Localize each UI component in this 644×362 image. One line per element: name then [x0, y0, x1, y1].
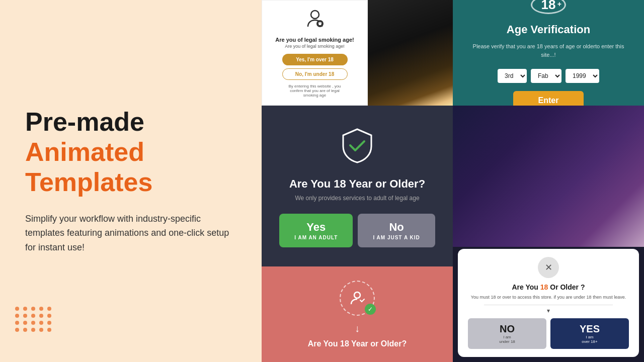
card-smoking-popup: Are you of legal smoking age! Are you of…: [262, 0, 368, 106]
card-salmon: ✓ ↓ Are You 18 Year or Older?: [262, 266, 453, 362]
card-dark-shield: Are You 18 Year or Older? We only provid…: [262, 106, 453, 266]
no-small-label1: I am: [503, 335, 511, 339]
dot: [39, 307, 43, 311]
dot: [31, 307, 35, 311]
no-yes-buttons: NO I am under 18 YES I am over 18+: [468, 318, 629, 349]
popup-divider: [484, 305, 613, 305]
no-big-label: NO: [500, 323, 515, 335]
card-age-verification-teal: 18 + Age Verification Please verify that…: [453, 0, 644, 106]
no-kid-button[interactable]: No I AM JUST A KID: [358, 214, 435, 247]
shield-card-title: Are You 18 Year or Older?: [289, 177, 425, 191]
x-circle-icon: ✕: [538, 257, 559, 278]
vape-title-part2: Or Older ?: [550, 283, 585, 291]
yes-sublabel: I AM AN ADULT: [294, 235, 338, 240]
person-lock-icon: [305, 9, 325, 33]
dot: [23, 314, 27, 318]
dot: [15, 307, 19, 311]
month-dropdown[interactable]: Fab: [531, 69, 561, 83]
dot: [31, 328, 35, 332]
yes-big-label: YES: [580, 323, 600, 335]
badge-number: 18: [541, 0, 556, 13]
no-sublabel: I AM JUST A KID: [373, 235, 420, 240]
dot: [47, 321, 51, 325]
dot: [31, 314, 35, 318]
dot: [15, 321, 19, 325]
subtext: Simplify your workflow with industry-spe…: [25, 212, 236, 255]
dot: [47, 328, 51, 332]
plus-sign: +: [557, 0, 561, 8]
shield-icon: [337, 125, 377, 167]
arrow-down-icon: ↓: [355, 323, 360, 334]
yes-small-label1: I am: [586, 335, 594, 339]
headline: Pre-made Animated Templates: [25, 107, 236, 197]
dot: [39, 321, 43, 325]
smoking-popup-title: Are you of legal smoking age!: [275, 37, 354, 43]
yes-over-18-vape-button[interactable]: YES I am over 18+: [550, 318, 629, 349]
dot: [15, 328, 19, 332]
right-panel: Are you of legal smoking age! Are you of…: [262, 0, 644, 362]
vape-popup-desc: You must 18 or over to access this store…: [471, 294, 626, 301]
yes-label: Yes: [306, 221, 326, 234]
dot: [39, 328, 43, 332]
vape-popup: ✕ Are You 18 Or Older ? You must 18 or o…: [458, 249, 639, 357]
dot: [31, 321, 35, 325]
age-verification-desc: Please verify that you are 18 years of a…: [465, 42, 631, 59]
dot: [15, 314, 19, 318]
age-verification-title: Age Verification: [507, 23, 590, 36]
svg-point-3: [354, 292, 360, 298]
dot: [39, 314, 43, 318]
cigarette-visual: [368, 0, 453, 106]
dot: [47, 314, 51, 318]
day-dropdown[interactable]: 3rd: [498, 69, 527, 83]
checkmark-icon: ✓: [365, 304, 376, 315]
top-left-area: Are you of legal smoking age! Are you of…: [262, 0, 453, 106]
chevron-down-icon: ▾: [547, 307, 550, 314]
vape-title-part1: Are You: [512, 283, 538, 291]
person-circle-icon: ✓: [340, 281, 375, 316]
dots-decoration: [15, 307, 52, 332]
smoking-popup-sub: Are you of legal smoking age!: [285, 44, 345, 49]
no-under-18-button[interactable]: No, I'm under 18: [282, 68, 348, 80]
smoking-disclaimer: By entering this website , you confirm t…: [285, 84, 345, 98]
headline-orange: Animated Templates: [25, 137, 152, 197]
no-small-label2: under 18: [499, 339, 515, 344]
year-dropdown[interactable]: 1999: [566, 69, 599, 83]
shield-card-subtitle: We only provides services to adult of le…: [295, 195, 419, 202]
salmon-card-title: Are You 18 Year or Older?: [308, 339, 407, 348]
no-label: No: [389, 221, 404, 234]
enter-button[interactable]: Enter: [513, 91, 584, 106]
18-plus-badge: 18 +: [531, 0, 566, 14]
vape-background: [453, 106, 644, 247]
headline-black: Pre-made: [25, 107, 144, 136]
yes-over-18-button[interactable]: Yes, I'm over 18: [282, 54, 348, 65]
yes-small-label2: over 18+: [582, 339, 597, 344]
no-under-18-vape-button[interactable]: NO I am under 18: [468, 318, 546, 349]
vape-popup-title: Are You 18 Or Older ?: [512, 283, 585, 291]
dropdowns-row: 3rd Fab 1999: [498, 69, 599, 83]
dot: [23, 321, 27, 325]
svg-point-0: [311, 11, 319, 19]
card-vape: ✕ Are You 18 Or Older ? You must 18 or o…: [453, 106, 644, 362]
card-cigarette-photo: [368, 0, 453, 106]
vape-title-highlight: 18: [540, 283, 548, 291]
left-panel: Pre-made Animated Templates Simplify you…: [0, 0, 262, 362]
dot: [23, 328, 27, 332]
yes-no-buttons: Yes I AM AN ADULT No I AM JUST A KID: [279, 214, 435, 247]
dot: [47, 307, 51, 311]
yes-adult-button[interactable]: Yes I AM AN ADULT: [279, 214, 353, 247]
dot: [23, 307, 27, 311]
